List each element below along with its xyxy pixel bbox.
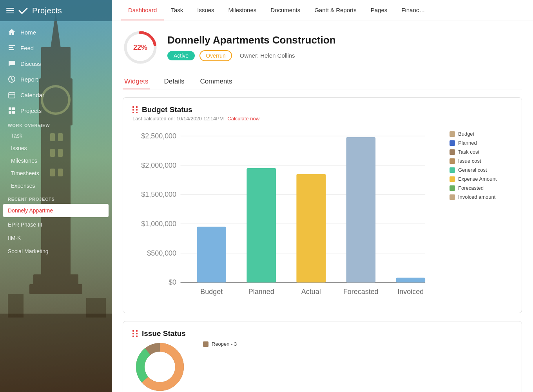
budget-widget: Budget Status Last calculated on: 10/14/…	[123, 97, 522, 313]
legend-invoiced: Invoiced amount	[450, 194, 512, 200]
svg-rect-46	[197, 227, 226, 283]
project-header: 22% Donnelly Apartments Construction Act…	[123, 30, 522, 65]
issue-donut-chart	[132, 339, 187, 392]
sidebar-nav: Home Feed Discuss Report Calendar Projec…	[0, 21, 112, 392]
svg-text:$500,000: $500,000	[147, 249, 176, 257]
progress-label: 22%	[133, 44, 147, 52]
svg-text:$2,500,000: $2,500,000	[141, 132, 176, 140]
chart-area: $2,500,000 $2,000,000 $1,500,000 $1,000,…	[132, 128, 437, 305]
issue-section: Reopen - 3	[132, 339, 512, 392]
main-content: Dashboard Task Issues Milestones Documen…	[112, 0, 533, 392]
tab-dashboard[interactable]: Dashboard	[121, 0, 164, 20]
sidebar-item-calendar[interactable]: Calendar	[0, 87, 112, 103]
top-nav: Dashboard Task Issues Milestones Documen…	[112, 0, 533, 20]
legend-color-budget	[450, 131, 455, 137]
svg-rect-29	[12, 107, 15, 110]
work-overview-header: WORK OVERVIEW	[0, 118, 112, 129]
budget-widget-title: Budget Status	[142, 105, 192, 114]
svg-text:Planned: Planned	[248, 288, 274, 296]
sub-tabs: Widgets Details Comments	[123, 74, 522, 89]
legend-color-forecasted	[450, 185, 455, 191]
budget-widget-header: Budget Status	[132, 105, 512, 114]
sidebar-item-timesheets[interactable]: Timesheets	[0, 167, 112, 180]
sidebar-item-discuss[interactable]: Discuss	[0, 56, 112, 71]
legend-budget: Budget	[450, 131, 512, 137]
svg-rect-49	[346, 137, 375, 283]
recent-project-donnely[interactable]: Donnely Appartme	[3, 204, 109, 217]
tab-finance[interactable]: Financ…	[394, 0, 432, 20]
project-title: Donnelly Apartments Construction	[167, 34, 522, 46]
tab-pages[interactable]: Pages	[364, 0, 395, 20]
sidebar-item-feed[interactable]: Feed	[0, 40, 112, 56]
svg-text:Actual: Actual	[301, 288, 321, 296]
subtab-comments[interactable]: Comments	[198, 74, 234, 89]
calendar-icon	[8, 91, 16, 99]
issue-drag-handle-icon[interactable]	[132, 330, 138, 337]
legend-task-cost: Task cost	[450, 149, 512, 155]
recent-project-epr[interactable]: EPR Phase III	[0, 218, 112, 231]
report-icon	[8, 75, 16, 83]
calculate-now-link[interactable]: Calculate now	[227, 116, 259, 122]
svg-rect-48	[296, 174, 326, 282]
budget-widget-subtitle: Last calculated on: 10/14/2020 12:14PM C…	[132, 116, 512, 122]
svg-rect-47	[247, 168, 276, 282]
tab-documents[interactable]: Documents	[263, 0, 307, 20]
owner-text: Owner: Helen Collins	[240, 52, 295, 59]
svg-rect-22	[9, 49, 14, 50]
chart-legend: Budget Planned Task cost Issue cost	[450, 128, 512, 203]
brand-title: Projects	[32, 6, 62, 15]
sidebar-item-report[interactable]: Report	[0, 71, 112, 87]
recent-projects-header: RECENT PROJECTS	[0, 192, 112, 203]
sidebar-item-issues[interactable]: Issues	[0, 142, 112, 154]
subtab-widgets[interactable]: Widgets	[123, 74, 150, 89]
active-badge: Active	[167, 51, 195, 60]
project-info: Donnelly Apartments Construction Active …	[167, 34, 522, 61]
legend-forecasted: Forecasted	[450, 185, 512, 191]
svg-text:$1,500,000: $1,500,000	[141, 191, 176, 198]
sidebar-item-milestones[interactable]: Milestones	[0, 154, 112, 167]
legend-color-planned	[450, 140, 455, 146]
tab-gantt[interactable]: Gantt & Reports	[307, 0, 364, 20]
feed-icon	[8, 44, 16, 52]
drag-handle-icon[interactable]	[132, 106, 138, 113]
svg-rect-21	[9, 47, 13, 48]
legend-color-general-cost	[450, 167, 455, 173]
sidebar-item-task[interactable]: Task	[0, 129, 112, 142]
tab-issues[interactable]: Issues	[190, 0, 221, 20]
recent-project-social[interactable]: Social Marketing	[0, 245, 112, 258]
subtab-details[interactable]: Details	[162, 74, 186, 89]
sidebar-item-projects[interactable]: Projects	[0, 103, 112, 118]
svg-text:Forecasted: Forecasted	[343, 288, 379, 296]
issue-widget-header: Issue Status	[132, 329, 512, 338]
issue-legend-color-reopen	[203, 341, 208, 347]
overrun-badge: Overrun	[199, 50, 232, 61]
sidebar-item-expenses[interactable]: Expenses	[0, 180, 112, 192]
hamburger-icon[interactable]	[6, 8, 14, 13]
svg-rect-28	[9, 107, 11, 110]
legend-general-cost: General cost	[450, 167, 512, 173]
svg-rect-20	[9, 45, 15, 46]
home-icon	[8, 28, 16, 36]
svg-text:Invoiced: Invoiced	[397, 288, 424, 296]
content-area: 22% Donnelly Apartments Construction Act…	[112, 20, 533, 392]
svg-rect-24	[9, 93, 15, 98]
issue-legend: Reopen - 3	[203, 339, 237, 350]
issue-widget: Issue Status Reop	[123, 321, 522, 392]
brand-logo-icon	[18, 5, 28, 16]
legend-planned: Planned	[450, 140, 512, 146]
tab-task[interactable]: Task	[164, 0, 190, 20]
legend-color-expense	[450, 176, 455, 182]
svg-text:$0: $0	[169, 278, 176, 286]
recent-project-iimk[interactable]: IIM-K	[0, 231, 112, 245]
tab-milestones[interactable]: Milestones	[221, 0, 264, 20]
chart-container: $2,500,000 $2,000,000 $1,500,000 $1,000,…	[132, 128, 512, 305]
svg-text:$1,000,000: $1,000,000	[141, 220, 176, 228]
svg-rect-30	[9, 111, 11, 114]
projects-icon	[8, 107, 16, 114]
legend-color-issue-cost	[450, 158, 455, 164]
discuss-icon	[8, 60, 16, 67]
sidebar: Projects Home Feed Discuss Report	[0, 0, 112, 392]
legend-expense: Expense Amount	[450, 176, 512, 182]
sidebar-item-home[interactable]: Home	[0, 24, 112, 40]
legend-color-invoiced	[450, 194, 455, 200]
